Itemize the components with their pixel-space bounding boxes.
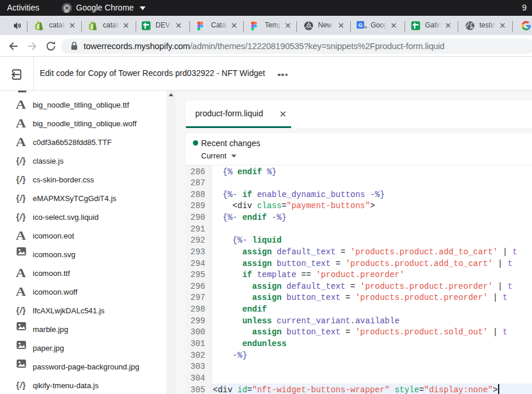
svg-text:G: G xyxy=(358,22,362,28)
